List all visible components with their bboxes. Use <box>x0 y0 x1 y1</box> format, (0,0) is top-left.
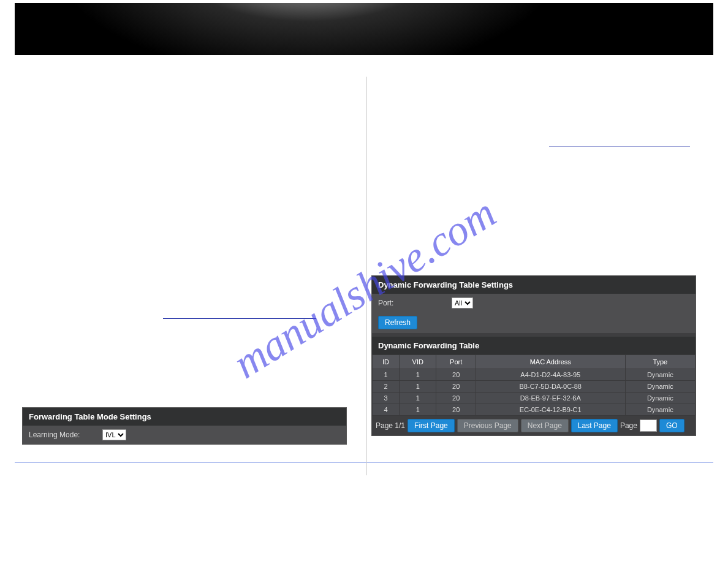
dynamic-forwarding-panel: Dynamic Forwarding Table Settings Port: … <box>371 275 696 436</box>
port-select[interactable]: All <box>452 297 473 308</box>
dynamic-forwarding-table: ID VID Port MAC Address Type 1 1 20 A4-D… <box>372 354 696 416</box>
refresh-button[interactable]: Refresh <box>378 316 417 329</box>
table-row: 2 1 20 B8-C7-5D-DA-0C-88 Dynamic <box>373 381 696 393</box>
prev-page-button[interactable]: Previous Page <box>457 419 518 432</box>
last-page-button[interactable]: Last Page <box>571 419 618 432</box>
col-port: Port <box>436 355 476 369</box>
port-label: Port: <box>378 299 452 307</box>
col-type: Type <box>625 355 695 369</box>
dynamic-forwarding-title: Dynamic Forwarding Table Settings <box>372 276 696 294</box>
next-page-button[interactable]: Next Page <box>521 419 569 432</box>
table-row: 4 1 20 EC-0E-C4-12-B9-C1 Dynamic <box>373 404 696 416</box>
first-page-button[interactable]: First Page <box>408 419 455 432</box>
forwarding-mode-title: Forwarding Table Mode Settings <box>23 408 346 426</box>
page-info: Page 1/1 <box>376 421 405 430</box>
learning-mode-label: Learning Mode: <box>29 431 102 439</box>
table-row: 3 1 20 D8-EB-97-EF-32-6A Dynamic <box>373 393 696 404</box>
port-row: Port: All <box>372 294 696 312</box>
col-mac: MAC Address <box>476 355 625 369</box>
right-column: Dynamic Forwarding Table Settings Port: … <box>364 95 713 445</box>
top-banner <box>15 0 713 55</box>
footer-rule <box>15 462 713 462</box>
page-input[interactable] <box>640 419 657 432</box>
pager: Page 1/1 First Page Previous Page Next P… <box>372 416 696 435</box>
go-button[interactable]: GO <box>659 419 684 432</box>
right-section-link[interactable] <box>549 138 690 147</box>
dynamic-table-title: Dynamic Forwarding Table <box>372 337 696 354</box>
learning-mode-select[interactable]: IVL <box>102 429 126 440</box>
col-vid: VID <box>400 355 436 369</box>
col-id: ID <box>373 355 400 369</box>
page-label: Page <box>620 421 637 430</box>
forwarding-mode-panel: Forwarding Table Mode Settings Learning … <box>22 407 347 445</box>
learning-mode-row: Learning Mode: IVL <box>23 426 346 444</box>
left-section-link[interactable] <box>163 310 316 319</box>
table-row: 1 1 20 A4-D1-D2-4A-83-95 Dynamic <box>373 369 696 381</box>
left-column: Forwarding Table Mode Settings Learning … <box>15 95 364 445</box>
